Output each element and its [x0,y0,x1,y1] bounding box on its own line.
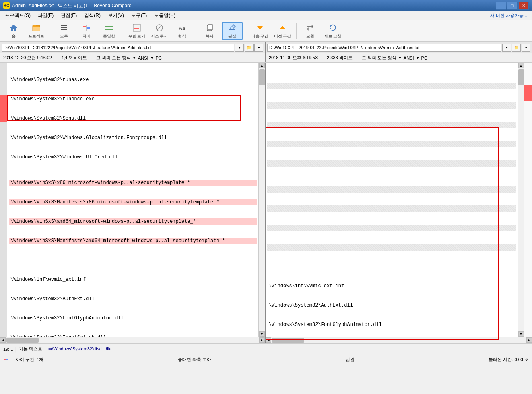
toolbar-ignore-button[interactable]: 사소 무시 [149,22,170,40]
left-arrow-button[interactable]: ▾ [254,44,263,52]
svg-marker-22 [257,26,263,30]
left-file-path-input[interactable] [2,44,234,52]
menu-project[interactable]: 프로젝트(S) [2,11,34,20]
main-code-area: \Windows\System32\runas.exe \Windows\Sys… [0,63,532,343]
svg-rect-11 [105,29,113,30]
left-vscrollbar[interactable]: ▲ ▼ [258,63,265,337]
right-hscroll-right[interactable]: ► [526,337,532,343]
new-version-label: 새 버전 사용가능... [490,12,527,19]
toolbar-prev-button[interactable]: 이전 구간 [272,22,293,40]
toolbar-same-button[interactable]: 동일한 [99,22,120,40]
toolbar-format-label: 형식 [178,33,186,39]
right-line-2: \Windows\System32\AuthExt.dll [267,302,516,309]
toolbar-project-label: 프로젝트 [28,33,44,39]
menu-edit[interactable]: 편집(E) [58,11,80,20]
toolbar-surround-button[interactable]: 주변 보기 [126,22,147,40]
svg-marker-26 [330,28,331,29]
left-browse-button[interactable]: ▾ [235,44,244,52]
menu-help[interactable]: 도움말(H) [151,11,179,20]
right-diff-empty-4 [267,244,516,251]
menu-search[interactable]: 검색(R) [81,11,104,20]
left-scroll-down[interactable]: ▼ [259,331,265,337]
left-line-2: \Windows\System32\runonce.exe [9,96,257,102]
svg-rect-12 [133,24,140,31]
right-encoding[interactable]: ANSI [404,56,414,60]
right-line-ending: PC [421,56,427,60]
toolbar-copy-label: 복사 [206,33,214,39]
right-format[interactable]: 그 외의 모든 형식 [362,55,396,61]
svg-rect-8 [87,27,90,29]
title-bar: BC Admin_AddFiles.txt - 텍스트 비고(T) - Beyo… [0,0,532,11]
right-hscroll-thumb[interactable] [272,338,304,343]
toolbar-home-button[interactable]: 홈 [3,22,24,40]
window-controls: ─ □ ✕ [496,2,529,10]
left-hscroll-left[interactable]: ◄ [0,337,6,343]
toolbar-all-button[interactable]: 모두 [54,22,74,40]
left-line-6: \Windows\WinSxS\x86_microsoft-windows-p.… [9,180,257,186]
right-line-3: \Windows\System32\FontGlyphAnimator.dll [267,321,516,328]
right-scroll-up[interactable]: ▲ [518,63,524,68]
load-time-label: 불러온 시간: 0.03 초 [489,357,529,363]
svg-rect-28 [6,359,8,360]
toolbar-next-button[interactable]: 다음 구간 [250,22,270,40]
toolbar-swap-label: 교환 [306,33,314,39]
left-hscrollbar[interactable]: ◄ ► [0,337,265,343]
toolbar-project-button[interactable]: 프로젝트 [26,22,47,40]
toolbar-home-label: 홈 [12,33,16,39]
right-folder-button[interactable]: 📁 [512,44,521,52]
left-encoding[interactable]: ANSI [138,56,148,60]
toolbar-diff-button[interactable]: 차이 [76,22,97,40]
left-scroll-thumb[interactable] [259,69,265,85]
toolbar-swap-button[interactable]: 교환 [300,22,321,40]
toolbar-format-button[interactable]: Aa 형식 [171,22,192,40]
close-button[interactable]: ✕ [518,2,529,10]
minimize-button[interactable]: ─ [496,2,506,10]
toolbar-next-label: 다음 구간 [252,33,269,39]
right-code-scroll[interactable]: \Windows\inf\wvmic_ext.inf \Windows\Syst… [266,63,518,337]
left-hscroll-thumb[interactable] [6,338,39,343]
left-hscroll-right[interactable]: ► [259,337,265,343]
left-scroll-up[interactable]: ▲ [259,63,265,68]
right-hscroll-left[interactable]: ◄ [266,337,271,343]
refresh-icon [328,23,338,33]
right-empty-3 [267,122,516,128]
left-format[interactable]: 그 외의 모든 형식 [96,55,131,61]
svg-rect-7 [83,26,86,27]
left-code-scroll[interactable]: \Windows\System32\runas.exe \Windows\Sys… [7,63,258,337]
maximize-button[interactable]: □ [507,2,518,10]
menu-view[interactable]: 보기(V) [105,11,127,20]
toolbar-edit-label: 편집 [228,33,236,39]
status-bar: 차이 구간: 1개 중대한 좌측 고아 삽입 불러온 시간: 0.03 초 [0,355,532,364]
left-line-ending: PC [156,56,162,60]
left-file-path-bar: ▾ 📁 ▾ [0,42,266,53]
swap-icon [305,23,315,33]
right-arrow-button[interactable]: ▾ [522,44,530,52]
right-empty-1 [267,83,516,89]
toolbar-copy-button[interactable]: 복사 [199,22,220,40]
toolbar-edit-button[interactable]: 편집 [222,22,243,40]
left-line-11: \Windows\inf\wvmic_ext.inf [9,276,257,283]
left-folder-button[interactable]: 📁 [245,44,254,52]
cursor-position: 19: 1 [3,347,13,352]
toolbar-same-label: 동일한 [103,33,115,39]
menu-file[interactable]: 파일(F) [35,11,57,20]
window-title: Admin_AddFiles.txt - 텍스트 비고(T) - Beyond … [12,2,132,9]
menu-tools[interactable]: 도구(T) [128,11,150,20]
title-bar-left: BC Admin_AddFiles.txt - 텍스트 비고(T) - Beyo… [3,2,132,9]
nav-sep-2: │ [44,347,47,352]
right-scroll-thumb[interactable] [518,69,524,85]
left-line-10 [9,257,257,263]
right-vscrollbar[interactable]: ▲ ▼ [518,63,524,337]
nav-bar: 19: 1 │ 기본 텍스트 │ ⇒\Windows\System32\dfsc… [0,343,532,355]
toolbar-refresh-button[interactable]: 새로 고침 [322,22,343,40]
svg-marker-23 [280,26,285,29]
right-scroll-down[interactable]: ▼ [518,331,524,337]
right-size: 2,338 바이트 [327,55,353,61]
left-line-9: \Windows\WinSxS\Manifests\amd64_microsof… [9,238,257,244]
right-file-path-input[interactable] [267,44,501,52]
right-browse-button[interactable]: ▾ [502,44,511,52]
toolbar-sep-1 [50,23,50,39]
svg-rect-13 [134,27,139,27]
right-hscrollbar[interactable]: ◄ ► [266,337,532,343]
right-info-bar: 2018-11-09 오후 6:19:53 2,338 바이트 그 외의 모든 … [266,53,532,62]
